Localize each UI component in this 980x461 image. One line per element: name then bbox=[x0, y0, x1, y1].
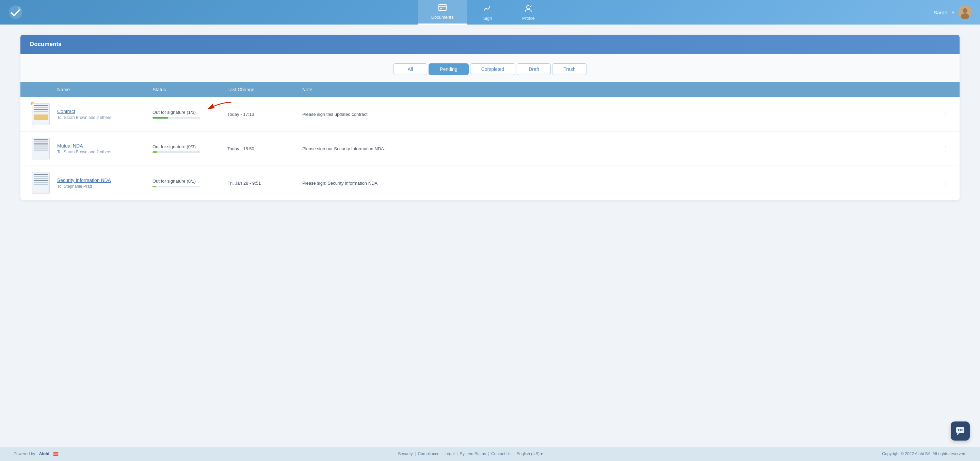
footer-language[interactable]: English (US) ▾ bbox=[517, 451, 543, 456]
note-cell: Please sign this updated contract. bbox=[299, 112, 939, 117]
note-cell: Please sign: Security Information NDA bbox=[299, 180, 939, 186]
last-change-cell: Fri, Jan 28 - 9:51 bbox=[225, 180, 299, 186]
thumb-cell bbox=[27, 138, 54, 160]
copyright-text: Copyright © 2022 Alohi SA. All rights re… bbox=[882, 451, 966, 456]
svg-point-7 bbox=[963, 8, 967, 13]
actions-cell: ⋮ bbox=[939, 177, 953, 188]
footer-links: Security | Compliance | Legal | System S… bbox=[398, 451, 542, 456]
nav-documents[interactable]: Documents bbox=[418, 0, 467, 24]
svg-rect-3 bbox=[440, 8, 442, 9]
documents-panel: Documents All Pending Completed Draft Tr… bbox=[21, 35, 959, 200]
doc-name-cell: Mutual NDA To: Sarah Brown and 2 others bbox=[54, 143, 150, 154]
last-change-cell: Today - 15:50 bbox=[225, 146, 299, 151]
progress-bar-bg bbox=[153, 151, 200, 153]
status-text: Out for signature (0/1) bbox=[153, 179, 222, 183]
svg-point-13 bbox=[961, 429, 963, 431]
actions-cell: ⋮ bbox=[939, 109, 953, 120]
brand-name: Alohi bbox=[39, 451, 49, 456]
logo-area bbox=[0, 0, 41, 24]
tab-draft[interactable]: Draft bbox=[517, 63, 551, 75]
thumb-cell bbox=[27, 103, 54, 125]
doc-recipient: To: Sarah Brown and 2 others bbox=[57, 115, 147, 120]
footer-legal[interactable]: Legal bbox=[445, 451, 454, 456]
nav-profile[interactable]: Profile bbox=[508, 0, 549, 24]
last-change-cell: Today - 17:13 bbox=[225, 112, 299, 117]
avatar bbox=[958, 5, 972, 19]
svg-point-11 bbox=[958, 429, 959, 431]
progress-bar-fill bbox=[153, 186, 156, 187]
col-name: Name bbox=[54, 87, 150, 93]
footer-contact-us[interactable]: Contact Us bbox=[491, 451, 511, 456]
nav-documents-label: Documents bbox=[431, 14, 454, 20]
sign-icon bbox=[483, 4, 492, 14]
progress-bar-fill bbox=[153, 151, 157, 153]
nav-profile-label: Profile bbox=[522, 16, 535, 21]
tab-pending[interactable]: Pending bbox=[428, 63, 468, 75]
status-cell: Out for signature (0/1) bbox=[150, 179, 225, 187]
nav-sign-label: Sign bbox=[483, 16, 492, 21]
svg-point-0 bbox=[9, 5, 22, 19]
footer-system-status[interactable]: System Status bbox=[460, 451, 486, 456]
table-header-row: Name Status Last Change Note bbox=[21, 82, 959, 97]
tab-all[interactable]: All bbox=[393, 63, 427, 75]
logo-icon bbox=[8, 5, 23, 20]
table-row: Contract To: Sarah Brown and 2 others Ou… bbox=[21, 97, 959, 131]
documents-table: Name Status Last Change Note bbox=[21, 82, 959, 200]
col-status: Status bbox=[150, 87, 225, 93]
doc-name[interactable]: Contract bbox=[57, 109, 147, 114]
user-name: Sarah bbox=[934, 10, 947, 15]
app-header: Documents Sign Profile Sarah bbox=[0, 0, 980, 24]
documents-icon bbox=[438, 4, 447, 13]
filter-tabs: All Pending Completed Draft Trash bbox=[21, 54, 959, 82]
progress-bar-bg bbox=[153, 117, 200, 118]
doc-recipient: To: Sarah Brown and 2 others bbox=[57, 150, 147, 154]
panel-header: Documents bbox=[21, 35, 959, 54]
user-chevron: ▼ bbox=[951, 11, 955, 14]
doc-name[interactable]: Security Information NDA bbox=[57, 177, 147, 183]
svg-rect-2 bbox=[439, 5, 446, 11]
chat-button[interactable] bbox=[951, 421, 970, 440]
tab-trash[interactable]: Trash bbox=[552, 63, 587, 75]
col-thumb bbox=[27, 87, 54, 93]
progress-bar-fill bbox=[153, 117, 168, 118]
panel-title: Documents bbox=[30, 41, 62, 47]
status-text: Out for signature (0/3) bbox=[153, 144, 222, 149]
col-note: Note bbox=[299, 87, 939, 93]
svg-point-12 bbox=[959, 429, 961, 431]
actions-cell: ⋮ bbox=[939, 143, 953, 154]
footer-brand: Powered by Alohi bbox=[14, 451, 59, 456]
doc-thumbnail bbox=[32, 103, 50, 125]
doc-recipient: To: Stephanie Pratt bbox=[57, 184, 147, 189]
progress-bar-bg bbox=[153, 186, 200, 187]
svg-point-1 bbox=[18, 7, 21, 10]
doc-name-cell: Security Information NDA To: Stephanie P… bbox=[54, 177, 150, 189]
col-actions bbox=[939, 87, 953, 93]
col-last-change: Last Change bbox=[225, 87, 299, 93]
user-menu[interactable]: Sarah ▼ bbox=[926, 0, 980, 24]
status-cell: Out for signature (1/3) bbox=[150, 110, 225, 118]
status-text: Out for signature (1/3) bbox=[153, 110, 222, 115]
row-actions-button[interactable]: ⋮ bbox=[940, 143, 952, 154]
main-content: Documents All Pending Completed Draft Tr… bbox=[0, 24, 980, 447]
row-actions-button[interactable]: ⋮ bbox=[940, 109, 952, 120]
footer-compliance[interactable]: Compliance bbox=[418, 451, 439, 456]
main-nav: Documents Sign Profile bbox=[41, 0, 926, 24]
row-actions-button[interactable]: ⋮ bbox=[940, 177, 952, 188]
doc-thumbnail bbox=[32, 172, 50, 194]
note-cell: Please sign our Security Information NDA… bbox=[299, 146, 939, 151]
table-row: Mutual NDA To: Sarah Brown and 2 others … bbox=[21, 131, 959, 166]
doc-name-cell: Contract To: Sarah Brown and 2 others bbox=[54, 109, 150, 120]
page-footer: Powered by Alohi Security | Compliance |… bbox=[0, 447, 980, 461]
doc-thumbnail-wrapper bbox=[32, 103, 50, 125]
table-row: Security Information NDA To: Stephanie P… bbox=[21, 166, 959, 200]
doc-name[interactable]: Mutual NDA bbox=[57, 143, 147, 148]
thumb-cell bbox=[27, 172, 54, 194]
tab-completed[interactable]: Completed bbox=[470, 63, 516, 75]
powered-by-text: Powered by bbox=[14, 451, 35, 456]
nav-sign[interactable]: Sign bbox=[467, 0, 508, 24]
swiss-flag bbox=[53, 452, 59, 456]
profile-icon bbox=[524, 4, 533, 14]
status-cell: Out for signature (0/3) bbox=[150, 144, 225, 153]
footer-security[interactable]: Security bbox=[398, 451, 412, 456]
doc-thumbnail bbox=[32, 138, 50, 160]
